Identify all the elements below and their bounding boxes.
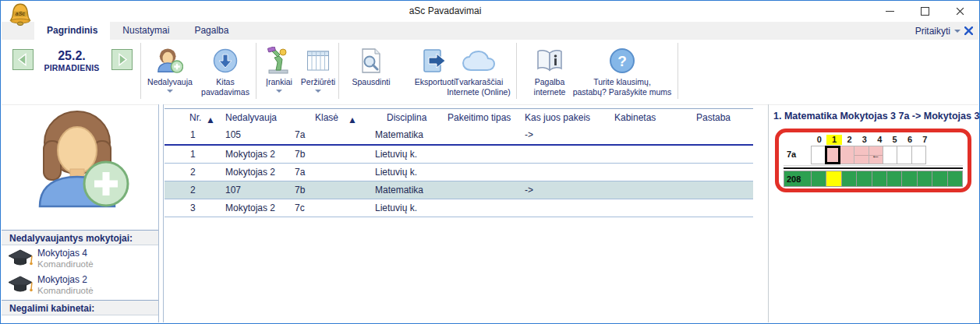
col-header-nr[interactable]: Nr.: [189, 112, 201, 123]
room-period-cell-free[interactable]: [811, 171, 826, 187]
absent-teacher-item[interactable]: Mokytojas 4 Komandiruotė: [2, 247, 158, 273]
cell-klase: 7b: [295, 149, 305, 160]
view-button[interactable]: Peržiūrėti: [297, 44, 339, 102]
col-header-pakeitimo-tipas[interactable]: Pakeitimo tipas: [448, 112, 511, 123]
table-row-selected[interactable]: 2 107 7b Matematika ->: [165, 181, 753, 199]
cell-nr: 1: [190, 129, 196, 140]
cell-klase: 7a: [295, 167, 305, 178]
room-period-cell-free[interactable]: [917, 171, 932, 187]
apply-control: Pritaikyti: [915, 22, 973, 40]
substitutions-table: Nr. ▲ Nedalyvauja Klasė ▲ Disciplina Pak…: [165, 108, 753, 217]
cell-substitute-arrow: ->: [525, 129, 533, 140]
class-period-cell-free[interactable]: [811, 146, 826, 164]
col-header-nedalyvauja[interactable]: Nedalyvauja: [225, 112, 277, 123]
room-period-cell-free[interactable]: [947, 171, 963, 187]
cell-nedalyvauja: 105: [225, 129, 241, 140]
class-timetable-row: 7a ←: [784, 146, 963, 166]
class-period-cell-free[interactable]: [897, 146, 911, 164]
room-period-cell-highlighted[interactable]: [826, 171, 841, 187]
teacher-absence-reason: Komandiruotė: [37, 259, 94, 269]
maximize-button[interactable]: [907, 1, 943, 22]
dropdown-caret-icon: [276, 90, 282, 93]
col-header-kabinetas[interactable]: Kabinetas: [614, 112, 656, 123]
table-row[interactable]: 2 Mokytojas 2 7a Lietuvių k.: [165, 164, 753, 181]
cell-klase: 7b: [295, 185, 305, 195]
table-row[interactable]: 3 Mokytojas 2 7c Lietuvių k.: [165, 199, 753, 217]
absent-teachers-header: Nedalyvaujantys mokytojai:: [2, 230, 158, 245]
room-period-cell-free[interactable]: [856, 171, 872, 187]
col-header-disciplina[interactable]: Disciplina: [387, 112, 426, 123]
period-header: 6: [902, 135, 917, 145]
close-icon: [956, 7, 964, 16]
absent-teacher-item[interactable]: Mokytojas 2 Komandiruotė: [2, 273, 158, 300]
maximize-icon: [921, 7, 929, 16]
next-substitution-button[interactable]: Kitas pavadavimas: [197, 44, 253, 102]
down-arrow-circle-icon: [213, 48, 238, 73]
graduation-cap-icon: [8, 248, 33, 269]
tab-pagalba[interactable]: Pagalba: [182, 22, 241, 40]
next-substitution-label-line2: pavadavimas: [201, 87, 249, 97]
minimize-button[interactable]: [872, 1, 907, 22]
room-period-cell-free[interactable]: [841, 171, 857, 187]
print-preview-icon: [359, 48, 383, 74]
cell-disciplina: Matematika: [375, 129, 423, 140]
date-display: 25.2. PIRMADIENIS: [34, 49, 109, 72]
table-header-row: Nr. ▲ Nedalyvauja Klasė ▲ Disciplina Pak…: [165, 109, 753, 126]
class-period-cell-free[interactable]: [883, 146, 897, 164]
col-header-klase[interactable]: Klasė: [315, 112, 338, 123]
class-period-cell-move[interactable]: ←: [869, 146, 883, 164]
absent-button[interactable]: Nedalyvauja: [144, 44, 196, 102]
class-row-label: 7a: [787, 150, 796, 159]
tab-pagrindinis[interactable]: Pagrindinis: [34, 22, 110, 40]
period-header-row: 0 1 2 3 4 5 6 7: [812, 135, 963, 145]
tools-button[interactable]: Įrankiai: [260, 44, 298, 102]
class-period-cell-free[interactable]: [911, 146, 926, 164]
window-controls: [872, 1, 978, 22]
tab-nustatymai[interactable]: Nustatymai: [110, 22, 182, 40]
class-period-cell-busy[interactable]: [854, 146, 869, 164]
apply-close-icon[interactable]: [964, 26, 973, 35]
cell-nr: 2: [190, 185, 196, 195]
table-row[interactable]: 1 Mokytojas 2 7b Lietuvių k.: [165, 146, 753, 164]
cell-disciplina: Lietuvių k.: [375, 149, 417, 160]
absent-button-label: Nedalyvauja: [147, 77, 193, 87]
previous-day-button[interactable]: [12, 49, 34, 70]
next-day-button[interactable]: [111, 49, 133, 70]
ribbon-tab-bar: Pagrindinis Nustatymai Pagalba Pritaikyt…: [2, 22, 978, 40]
apply-button[interactable]: Pritaikyti: [915, 26, 950, 37]
timetables-online-button[interactable]: Tvarkaraščiai Internete (Online): [441, 44, 516, 102]
period-header: 5: [887, 135, 902, 145]
cell-nedalyvauja: Mokytojas 2: [225, 202, 275, 213]
class-period-cell-busy[interactable]: [840, 146, 854, 164]
minimize-icon: [886, 11, 894, 12]
feedback-button[interactable]: ? Turite klausimų, pastabų? Parašykite m…: [569, 44, 675, 102]
room-period-cell-free[interactable]: [872, 171, 887, 187]
class-period-cell-selected[interactable]: [825, 146, 840, 164]
col-header-pastaba[interactable]: Pastaba: [696, 112, 731, 123]
timetable-annotation-box: 0 1 2 3 4 5 6 7 7a ← 208: [775, 129, 971, 192]
view-button-label: Peržiūrėti: [301, 77, 335, 87]
sidebar-splitter[interactable]: [158, 104, 164, 322]
add-absent-teacher-image[interactable]: [23, 108, 132, 208]
unavailable-rooms-header: Negalimi kabinetai:: [2, 300, 158, 315]
print-button[interactable]: Spausdinti: [342, 44, 400, 102]
online-help-label-line2: internete: [534, 87, 566, 97]
col-header-kas-juos-pakeis[interactable]: Kas juos pakeis: [525, 112, 590, 123]
cell-disciplina: Lietuvių k.: [375, 202, 417, 213]
room-period-cell-free[interactable]: [886, 171, 902, 187]
apply-dropdown-caret-icon[interactable]: [954, 30, 961, 33]
period-header: 7: [918, 135, 932, 145]
period-header-highlighted: 1: [826, 135, 841, 145]
group-separator: [256, 43, 256, 99]
room-period-cell-free[interactable]: [932, 171, 947, 187]
dropdown-caret-icon: [315, 90, 321, 93]
room-period-cell-free[interactable]: [901, 171, 917, 187]
close-button[interactable]: [943, 1, 978, 22]
panel-splitter[interactable]: [768, 104, 769, 322]
group-separator: [140, 43, 141, 99]
table-row[interactable]: 1 105 7a Matematika ->: [165, 126, 753, 146]
cell-nedalyvauja: Mokytojas 2: [225, 167, 275, 178]
room-timetable-row: 208: [784, 171, 963, 187]
help-book-icon: [536, 49, 563, 72]
dropdown-caret-icon: [167, 90, 173, 93]
